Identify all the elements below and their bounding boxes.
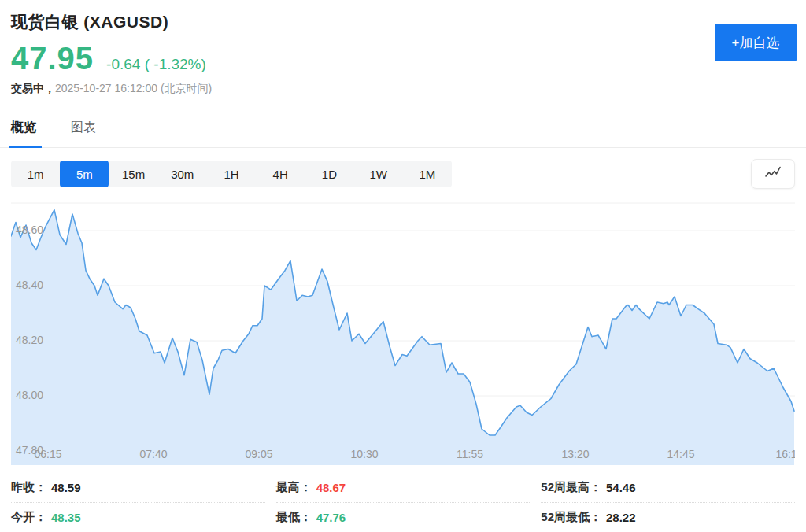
timeframe-1h[interactable]: 1H: [207, 161, 256, 187]
stat-label: 今开：: [11, 510, 46, 525]
timeframe-selector: 1m5m15m30m1H4H1D1W1M: [11, 161, 452, 187]
stat-value: 48.59: [51, 481, 81, 494]
tab-overview[interactable]: 概览: [11, 120, 36, 147]
timeframe-30m[interactable]: 30m: [158, 161, 207, 187]
stat-row: 52周最低：28.22: [541, 503, 795, 532]
add-watchlist-button[interactable]: +加自选: [715, 24, 797, 61]
area-chart: [11, 201, 795, 465]
stat-label: 最高：: [276, 480, 312, 495]
last-price: 47.95: [11, 42, 94, 74]
price-chart[interactable]: 48.6048.4048.2048.0047.8006:1507:4009:05…: [11, 201, 795, 465]
stat-label: 昨收：: [11, 480, 46, 495]
quote-header: 现货白银 (XAGUSD) 47.95 -0.64 ( -1.32%) 交易中，…: [0, 0, 806, 96]
timeframe-1m[interactable]: 1M: [403, 161, 452, 187]
timeframe-1d[interactable]: 1D: [305, 161, 353, 187]
stat-value: 48.35: [51, 511, 81, 524]
stat-row: 最低：47.76: [276, 503, 531, 532]
timeframe-1w[interactable]: 1W: [354, 161, 403, 187]
stat-row: 最高：48.67: [276, 473, 531, 503]
tab-chart[interactable]: 图表: [71, 120, 96, 147]
stat-label: 52周最低：: [541, 510, 601, 525]
timeframe-5m[interactable]: 5m: [60, 161, 109, 187]
stat-value: 28.22: [606, 511, 636, 524]
price-change: -0.64 ( -1.32%): [106, 56, 206, 73]
quote-stats: 昨收：48.59最高：48.6752周最高：54.46今开：48.35最低：47…: [11, 473, 795, 532]
timeframe-15m[interactable]: 15m: [109, 161, 157, 187]
stat-row: 52周最高：54.46: [541, 473, 795, 503]
view-tabs: 概览 图表: [0, 120, 806, 148]
stat-label: 52周最高：: [541, 480, 601, 495]
chart-toolbar: 1m5m15m30m1H4H1D1W1M: [11, 159, 795, 189]
stat-value: 47.76: [316, 511, 346, 524]
chart-type-button[interactable]: [751, 159, 795, 189]
quote-timestamp: 2025-10-27 16:12:00 (北京时间): [55, 82, 212, 94]
line-chart-icon: [763, 165, 782, 183]
stat-value: 48.67: [316, 481, 346, 494]
instrument-title: 现货白银 (XAGUSD): [11, 11, 795, 33]
timeframe-1m[interactable]: 1m: [11, 161, 60, 187]
stat-label: 最低：: [276, 510, 312, 525]
timeframe-4h[interactable]: 4H: [256, 161, 305, 187]
stat-row: 昨收：48.59: [11, 473, 265, 503]
stat-row: 今开：48.35: [11, 503, 265, 532]
market-status: 交易中，: [11, 82, 55, 94]
stat-value: 54.46: [606, 481, 636, 494]
